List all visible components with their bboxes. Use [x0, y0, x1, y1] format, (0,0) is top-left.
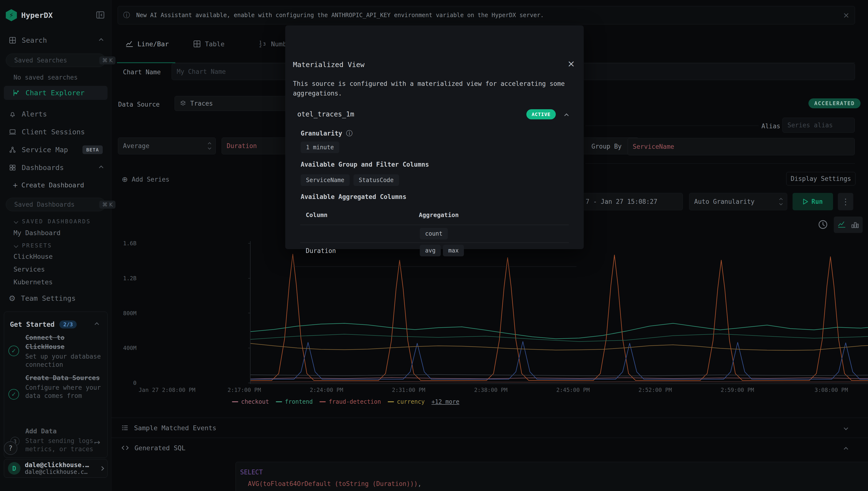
banner-close-icon[interactable]: × [843, 10, 849, 20]
code-icon [121, 444, 129, 452]
get-started-step-1[interactable]: Connect to ClickHouse Set up your databa… [25, 333, 102, 369]
get-started-step-2[interactable]: Create Data Sources Configure where your… [25, 373, 102, 400]
y-tick-label: 1.6B [115, 240, 137, 247]
chevron-up-icon[interactable] [844, 447, 848, 451]
x-tick-label: 2:17:00 PM [228, 387, 261, 393]
plus-icon: + [12, 181, 18, 189]
run-button[interactable]: Run [792, 193, 833, 210]
sample-events-panel-header[interactable]: Sample Matched Events [121, 424, 216, 432]
chart-line-icon [12, 89, 20, 97]
sidebar-item-chart-explorer[interactable]: Chart Explorer [4, 86, 108, 100]
help-button[interactable]: ? [4, 441, 18, 455]
chevron-up-icon [99, 166, 103, 170]
saved-dashboards-section[interactable]: SAVED DASHBOARDS [14, 218, 91, 225]
chevron-up-icon[interactable] [94, 322, 99, 326]
modal-close-icon[interactable]: × [567, 59, 575, 68]
x-tick-label: 2:52:00 PM [638, 387, 672, 393]
y-tick-label: 800M [115, 310, 137, 316]
series-other-teal [250, 334, 868, 342]
chart-plot-area[interactable] [250, 241, 868, 384]
sidebar-item-dashboards[interactable]: Dashboards [0, 161, 111, 175]
y-tick-label: 0 [115, 380, 137, 386]
series-currency [250, 343, 868, 350]
tab-line-bar[interactable]: Line/Bar [125, 40, 169, 48]
legend-more-link[interactable]: +12 more [431, 398, 459, 405]
step-done-icon: ✓ [8, 389, 19, 400]
sidebar-item-service-map[interactable]: Service Map BETA [0, 143, 111, 157]
more-options-button[interactable]: ⋮ [838, 193, 853, 210]
data-source-label: Data Source [118, 101, 160, 108]
series-frontend [250, 317, 868, 339]
y-tick-label: 1.2B [115, 275, 137, 282]
bar-chart-toggle-icon[interactable] [850, 221, 859, 229]
modal-description: This source is configured with a materia… [293, 79, 573, 98]
alias-input[interactable] [787, 121, 868, 129]
tab-table[interactable]: Table [193, 40, 225, 48]
legend-dash-icon [232, 401, 238, 402]
alias-label: Alias [761, 122, 780, 130]
plus-circle-icon: ⊕ [122, 175, 128, 183]
chevron-down-icon [14, 219, 18, 224]
create-dashboard-button[interactable]: + Create Dashboard [12, 181, 84, 189]
table-grid-icon [9, 36, 17, 44]
table-cell-column: Duration [306, 247, 336, 254]
x-tick-label: 2:24:00 PM [310, 387, 343, 393]
series-other-gray [250, 375, 868, 376]
info-icon: ⓘ [123, 10, 130, 20]
saved-dashboards-input[interactable] [14, 201, 95, 208]
x-axis-ticks: Jan 27 2:08:00 PM 2:17:00 PM 2:24:00 PM … [139, 387, 855, 397]
sidebar-item-client-sessions[interactable]: Client Sessions [0, 125, 111, 139]
hyperdx-app: ⚡ HyperDX Search ⌘ K No saved searches C… [0, 0, 868, 491]
group-by-inputbox[interactable] [628, 138, 855, 155]
x-tick-label: 2:38:00 PM [474, 387, 507, 393]
granularity-value: Auto Granularity [694, 198, 754, 205]
user-menu[interactable]: D dale@clickhouse.… dale@clickhouse.c… [4, 459, 108, 478]
aggregated-heading: Available Aggregated Columns [301, 193, 406, 200]
add-series-button[interactable]: ⊕ Add Series [122, 175, 170, 183]
time-toggle-button[interactable] [817, 219, 829, 230]
display-settings-button[interactable]: Display Settings [786, 172, 856, 185]
legend-item-frontend[interactable]: frontend [276, 398, 313, 405]
x-tick-label: 2:45:00 PM [556, 387, 590, 393]
alias-inputbox[interactable] [782, 118, 855, 133]
chevron-up-icon[interactable] [564, 113, 569, 118]
table-divider [300, 242, 569, 243]
x-tick-label: 3:08:00 PM [814, 387, 848, 393]
brand[interactable]: ⚡ HyperDX [6, 9, 53, 21]
generated-sql-panel-header[interactable]: Generated SQL [121, 444, 185, 452]
sidebar-collapse-button[interactable] [95, 10, 105, 20]
info-icon[interactable]: ⓘ [346, 129, 353, 138]
aggregation-select[interactable]: Average [118, 138, 216, 154]
granularity-select[interactable]: Auto Granularity [689, 193, 787, 210]
saved-searches-search[interactable]: ⌘ K [6, 54, 106, 67]
get-started-progress-badge: 2/3 [59, 320, 77, 328]
chevron-down-icon[interactable] [844, 426, 848, 430]
sidebar-item-alerts[interactable]: Alerts [0, 107, 111, 121]
saved-searches-input[interactable] [14, 57, 95, 64]
chevron-right-icon [99, 466, 104, 470]
accelerated-badge: ACCELERATED [808, 98, 861, 108]
monitor-icon [9, 128, 17, 136]
saved-dashboards-search[interactable]: ⌘ K [6, 198, 106, 211]
active-badge: ACTIVE [526, 109, 556, 119]
legend-item-fraud-detection[interactable]: fraud-detection [320, 398, 381, 405]
sidebar-item-my-dashboard[interactable]: My Dashboard [13, 229, 61, 237]
line-chart-toggle-icon[interactable] [837, 221, 846, 229]
sql-code-block[interactable]: SELECT AVG(toFloat64OrDefault (toString … [236, 462, 868, 491]
time-range-inputbox[interactable]: 7 - Jan 27 15:08:27 [580, 193, 683, 210]
aggregation-value: Average [123, 142, 149, 149]
legend-item-checkout[interactable]: checkout [232, 398, 269, 405]
chevron-up-icon [99, 38, 103, 42]
legend-item-currency[interactable]: currency [388, 398, 425, 405]
sidebar-item-services[interactable]: Services [13, 265, 45, 273]
service-map-icon [9, 146, 17, 154]
presets-section[interactable]: PRESETS [14, 242, 52, 249]
play-icon [803, 199, 808, 204]
group-by-input[interactable] [633, 143, 850, 150]
sidebar-item-clickhouse[interactable]: ClickHouse [13, 253, 53, 260]
get-started-step-3[interactable]: Add Data Start sending logs, metrics, or… [25, 427, 102, 453]
avatar: D [8, 462, 21, 474]
sidebar-item-search[interactable]: Search [0, 33, 111, 47]
sidebar-item-kubernetes[interactable]: Kubernetes [13, 278, 53, 286]
sidebar-item-team-settings[interactable]: ⚙ Team Settings [0, 291, 111, 305]
